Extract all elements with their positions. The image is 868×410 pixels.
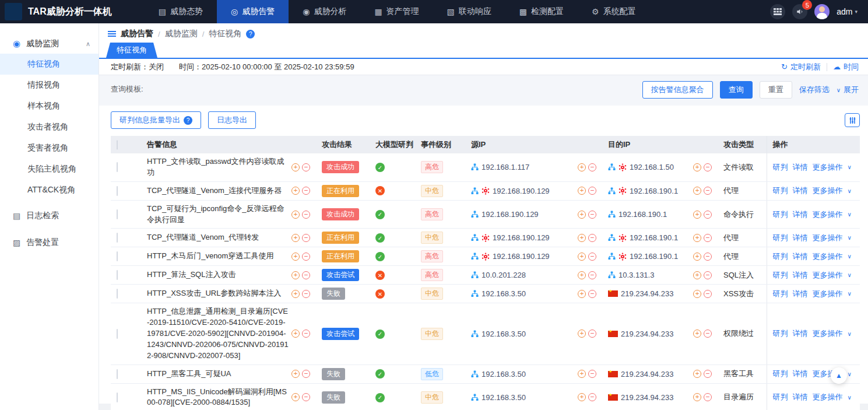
alert-name[interactable]: TCP_可疑行为_ipconfig命令_反弹远程命令执行回显 bbox=[147, 204, 289, 226]
reset-button[interactable]: 重置 bbox=[760, 81, 792, 99]
more-actions-link[interactable]: 更多操作 bbox=[813, 209, 843, 220]
exclude-filter-icon[interactable]: − bbox=[302, 290, 310, 298]
exclude-filter-icon[interactable]: − bbox=[302, 330, 310, 338]
destination-ip[interactable]: 219.234.94.233 bbox=[621, 393, 690, 402]
exclude-filter-icon[interactable]: − bbox=[588, 271, 596, 279]
include-filter-icon[interactable]: + bbox=[291, 370, 300, 378]
row-checkbox[interactable] bbox=[117, 251, 118, 261]
detail-link[interactable]: 详情 bbox=[793, 233, 808, 243]
nav-item-asset-management[interactable]: ▦ 资产管理 bbox=[360, 0, 433, 23]
exclude-filter-icon[interactable]: − bbox=[302, 370, 310, 378]
include-filter-icon[interactable]: + bbox=[578, 187, 586, 195]
destination-ip[interactable]: 192.168.190.1 bbox=[630, 187, 690, 195]
detail-link[interactable]: 详情 bbox=[793, 369, 808, 379]
batch-export-button[interactable]: 研判信息批量导出 ? bbox=[111, 111, 201, 129]
destination-ip[interactable]: 192.168.190.1 bbox=[630, 252, 690, 261]
judge-link[interactable]: 研判 bbox=[773, 209, 788, 220]
detail-link[interactable]: 详情 bbox=[793, 185, 808, 196]
source-ip[interactable]: 192.168.1.117 bbox=[482, 163, 575, 171]
nav-item-system-config[interactable]: ⚙ 系统配置 bbox=[578, 0, 650, 23]
exclude-filter-icon[interactable]: − bbox=[704, 370, 712, 378]
breadcrumb-item-3[interactable]: 特征视角 bbox=[209, 29, 241, 39]
breadcrumb-item-1[interactable]: 威胁告警 bbox=[121, 29, 153, 39]
row-checkbox[interactable] bbox=[117, 270, 118, 280]
include-filter-icon[interactable]: + bbox=[693, 163, 701, 171]
exclude-filter-icon[interactable]: − bbox=[588, 163, 596, 171]
nav-item-linkage-response[interactable]: ▧ 联动响应 bbox=[433, 0, 505, 23]
include-filter-icon[interactable]: + bbox=[578, 290, 586, 298]
more-actions-link[interactable]: 更多操作 bbox=[813, 185, 843, 196]
include-filter-icon[interactable]: + bbox=[578, 370, 586, 378]
include-filter-icon[interactable]: + bbox=[291, 253, 300, 261]
source-ip[interactable]: 192.168.3.50 bbox=[482, 330, 575, 338]
exclude-filter-icon[interactable]: − bbox=[302, 271, 310, 279]
row-checkbox[interactable] bbox=[117, 186, 118, 196]
time-picker-button[interactable]: ☁时间 bbox=[833, 62, 859, 72]
judge-link[interactable]: 研判 bbox=[773, 233, 788, 243]
judge-link[interactable]: 研判 bbox=[773, 270, 788, 281]
include-filter-icon[interactable]: + bbox=[291, 271, 300, 279]
tab-feature-view[interactable]: 特征视角 bbox=[106, 43, 157, 58]
source-ip[interactable]: 192.168.3.50 bbox=[482, 289, 575, 298]
sidebar-item[interactable]: 特征视角 bbox=[0, 54, 99, 75]
destination-ip[interactable]: 192.168.190.1 bbox=[619, 210, 690, 219]
search-button[interactable]: 查询 bbox=[720, 81, 753, 99]
include-filter-icon[interactable]: + bbox=[578, 253, 586, 261]
exclude-filter-icon[interactable]: − bbox=[588, 253, 596, 261]
detail-link[interactable]: 详情 bbox=[793, 328, 808, 339]
more-actions-link[interactable]: 更多操作 bbox=[813, 328, 843, 339]
exclude-filter-icon[interactable]: − bbox=[588, 370, 596, 378]
sidebar-item[interactable]: ATT&CK视角 bbox=[0, 180, 99, 201]
exclude-filter-icon[interactable]: − bbox=[704, 163, 712, 171]
source-ip[interactable]: 192.168.3.50 bbox=[482, 393, 575, 402]
help-icon[interactable]: ? bbox=[246, 30, 255, 38]
include-filter-icon[interactable]: + bbox=[578, 393, 586, 401]
destination-ip[interactable]: 192.168.190.1 bbox=[630, 233, 690, 242]
detail-link[interactable]: 详情 bbox=[793, 162, 808, 173]
exclude-filter-icon[interactable]: − bbox=[704, 187, 712, 195]
column-settings-button[interactable] bbox=[845, 113, 860, 127]
source-ip[interactable]: 192.168.3.50 bbox=[482, 370, 575, 379]
destination-ip[interactable]: 10.3.131.3 bbox=[619, 271, 690, 279]
exclude-filter-icon[interactable]: − bbox=[588, 234, 596, 242]
alert-name[interactable]: HTTP_算法_SQL注入攻击 bbox=[147, 269, 289, 281]
exclude-filter-icon[interactable]: − bbox=[704, 290, 712, 298]
source-ip[interactable]: 192.168.190.129 bbox=[482, 210, 575, 219]
row-checkbox[interactable] bbox=[117, 209, 118, 219]
sidebar-item[interactable]: 情报视角 bbox=[0, 75, 99, 96]
exclude-filter-icon[interactable]: − bbox=[704, 234, 712, 242]
sidebar-item[interactable]: 样本视角 bbox=[0, 96, 99, 117]
alert-name[interactable]: TCP_代理隧道_Venom_连接代理服务器 bbox=[147, 185, 289, 197]
include-filter-icon[interactable]: + bbox=[291, 290, 300, 298]
detail-link[interactable]: 详情 bbox=[793, 209, 808, 220]
avatar[interactable] bbox=[814, 4, 830, 19]
include-filter-icon[interactable]: + bbox=[578, 234, 586, 242]
row-checkbox[interactable] bbox=[117, 329, 118, 339]
nav-item-detection-config[interactable]: ▩ 检测配置 bbox=[505, 0, 578, 23]
sidebar-item[interactable]: 失陷主机视角 bbox=[0, 159, 99, 180]
select-all-checkbox[interactable] bbox=[117, 140, 118, 150]
include-filter-icon[interactable]: + bbox=[291, 234, 300, 242]
more-actions-link[interactable]: 更多操作 bbox=[813, 251, 843, 262]
destination-ip[interactable]: 219.234.94.233 bbox=[621, 370, 690, 379]
nav-item-threat-posture[interactable]: ▤ 威胁态势 bbox=[145, 0, 217, 23]
exclude-filter-icon[interactable]: − bbox=[704, 211, 712, 219]
nav-item-threat-analysis[interactable]: ◉ 威胁分析 bbox=[289, 0, 360, 23]
source-ip[interactable]: 192.168.190.129 bbox=[493, 252, 575, 261]
include-filter-icon[interactable]: + bbox=[693, 290, 701, 298]
destination-ip[interactable]: 192.168.1.50 bbox=[630, 163, 690, 171]
collapse-menu-icon[interactable] bbox=[108, 31, 116, 37]
alert-name[interactable]: HTTP_文件读取_passwd文件内容读取成功 bbox=[147, 156, 289, 178]
log-export-button[interactable]: 日志导出 bbox=[208, 111, 256, 129]
detail-link[interactable]: 详情 bbox=[793, 289, 808, 299]
judge-link[interactable]: 研判 bbox=[773, 185, 788, 196]
include-filter-icon[interactable]: + bbox=[693, 271, 701, 279]
include-filter-icon[interactable]: + bbox=[693, 370, 701, 378]
expand-link[interactable]: ∨展开 bbox=[837, 85, 859, 95]
row-checkbox[interactable] bbox=[117, 289, 118, 299]
alert-name[interactable]: HTTP_XSS攻击_URL参数跨站脚本注入 bbox=[147, 288, 289, 299]
detail-link[interactable]: 详情 bbox=[793, 270, 808, 281]
include-filter-icon[interactable]: + bbox=[291, 211, 300, 219]
judge-link[interactable]: 研判 bbox=[773, 251, 788, 262]
exclude-filter-icon[interactable]: − bbox=[302, 253, 310, 261]
